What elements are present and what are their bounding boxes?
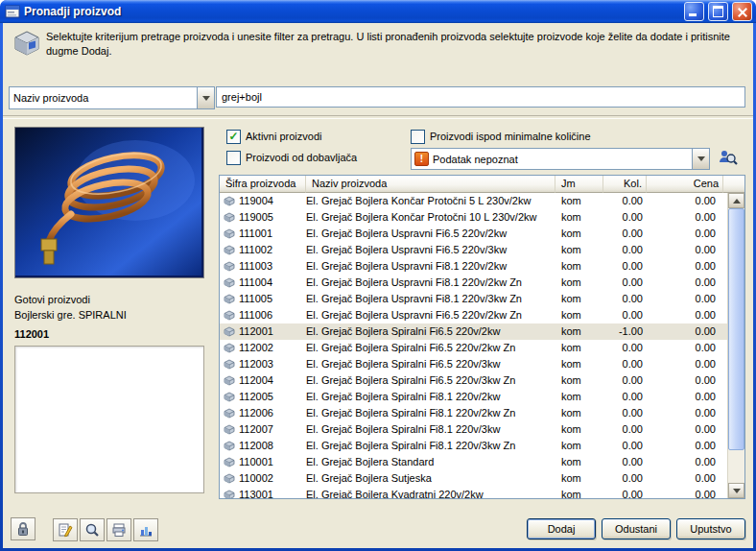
filter-supplier-checkbox[interactable]: Proizvodi od dobavljača xyxy=(226,151,357,164)
magnifier-icon xyxy=(84,522,100,538)
cell-cena: 0.00 xyxy=(647,389,723,405)
cell-name: El. Grejač Bojlera Uspravni Fi8.1 220v/2… xyxy=(306,258,555,275)
table-row[interactable]: 111003El. Grejač Bojlera Uspravni Fi8.1 … xyxy=(220,258,728,275)
find-products-button[interactable] xyxy=(716,146,739,169)
products-box-icon xyxy=(11,28,43,60)
cell-code: 112007 xyxy=(239,421,306,438)
table-row[interactable]: 111001El. Grejač Bojlera Uspravni Fi6.5 … xyxy=(220,226,728,242)
product-cube-icon xyxy=(224,326,235,337)
triangle-down-icon xyxy=(733,489,741,493)
print-button[interactable] xyxy=(106,518,131,541)
scrollbar-thumb[interactable] xyxy=(728,208,744,450)
product-cube-icon xyxy=(224,359,235,370)
cell-name: El. Grejač Bojlera Spiralni Fi8.1 220v/2… xyxy=(306,405,555,421)
scroll-up-button[interactable] xyxy=(728,193,744,208)
product-notes[interactable] xyxy=(14,346,204,493)
close-button[interactable] xyxy=(732,2,752,21)
cell-kol: -1.00 xyxy=(603,323,647,340)
chevron-down-icon[interactable] xyxy=(692,149,709,169)
table-row[interactable]: 112003El. Grejač Bojlera Spiralni Fi6.5 … xyxy=(220,356,728,372)
edit-button[interactable] xyxy=(53,518,78,541)
cancel-button[interactable]: Odustani xyxy=(602,518,671,539)
column-header-sifra[interactable]: Šifra proizvoda xyxy=(220,176,306,193)
status-dropdown[interactable]: ! Podatak nepoznat xyxy=(411,148,710,170)
column-header-filler xyxy=(723,176,744,193)
product-photo xyxy=(14,127,204,278)
table-row[interactable]: 112004El. Grejač Bojlera Spiralni Fi6.5 … xyxy=(220,372,728,389)
table-row[interactable]: 111006El. Grejač Bojlera Uspravni Fi6.5 … xyxy=(220,307,728,323)
cell-code: 112004 xyxy=(239,372,306,389)
table-row[interactable]: 112005El. Grejač Bojlera Spiralni Fi8.1 … xyxy=(220,389,728,405)
table-row[interactable]: 112001El. Grejač Bojlera Spiralni Fi6.5 … xyxy=(220,323,728,340)
cell-name: El. Grejač Bojlera Sutjeska xyxy=(306,470,555,487)
lock-button[interactable] xyxy=(11,517,35,540)
cell-code: 112005 xyxy=(239,389,306,405)
table-row[interactable]: 112002El. Grejač Bojlera Spiralni Fi6.5 … xyxy=(220,340,728,356)
titlebar[interactable]: Pronadji proizvod xyxy=(0,0,756,23)
table-row[interactable]: 119004El. Grejač Bojlera Končar Protočni… xyxy=(220,193,728,209)
cell-cena: 0.00 xyxy=(647,372,723,389)
maximize-button[interactable] xyxy=(708,2,728,21)
cell-code: 112008 xyxy=(239,438,306,454)
table-row[interactable]: 110001El. Grejač Bojlera Standardkom0.00… xyxy=(220,454,728,470)
cell-jm: kom xyxy=(555,340,603,356)
table-row[interactable]: 112008El. Grejač Bojlera Spiralni Fi8.1 … xyxy=(220,438,728,454)
cell-jm: kom xyxy=(555,372,603,389)
product-cube-icon xyxy=(224,343,235,353)
cell-jm: kom xyxy=(555,275,603,291)
product-cube-icon xyxy=(224,457,235,467)
table-row[interactable]: 111004El. Grejač Bojlera Uspravni Fi8.1 … xyxy=(220,275,728,291)
column-header-kol[interactable]: Kol. xyxy=(603,176,647,193)
table-row[interactable]: 119005El. Grejač Bojlera Končar Protočni… xyxy=(220,209,728,226)
product-cube-icon xyxy=(224,408,235,419)
cell-jm: kom xyxy=(555,307,603,323)
cell-jm: kom xyxy=(555,405,603,421)
product-cube-icon xyxy=(224,375,235,386)
cell-kol: 0.00 xyxy=(603,258,647,275)
vertical-scrollbar[interactable] xyxy=(727,193,744,498)
filter-active-checkbox[interactable]: ✓ Aktivni proizvodi xyxy=(226,130,321,143)
add-button[interactable]: Dodaj xyxy=(527,518,596,539)
cell-jm: kom xyxy=(555,242,603,258)
column-header-jm[interactable]: Jm xyxy=(555,176,603,193)
product-cube-icon xyxy=(224,424,235,435)
column-header-cena[interactable]: Cena xyxy=(647,176,723,193)
cell-code: 112001 xyxy=(239,323,306,340)
product-subcategory: Bojlerski gre. SPIRALNI xyxy=(14,309,127,321)
help-button[interactable]: Uputstvo xyxy=(676,518,745,539)
cell-kol: 0.00 xyxy=(603,438,647,454)
cell-kol: 0.00 xyxy=(603,242,647,258)
cell-kol: 0.00 xyxy=(603,226,647,242)
minimize-icon xyxy=(689,13,697,16)
table-row[interactable]: 111005El. Grejač Bojlera Uspravni Fi8.1 … xyxy=(220,291,728,307)
table-row[interactable]: 112007El. Grejač Bojlera Spiralni Fi8.1 … xyxy=(220,421,728,438)
search-input[interactable] xyxy=(216,86,745,108)
app-icon xyxy=(5,4,20,19)
scroll-down-button[interactable] xyxy=(728,483,744,498)
table-row[interactable]: 111002El. Grejač Bojlera Uspravni Fi6.5 … xyxy=(220,242,728,258)
minimize-button[interactable] xyxy=(684,2,704,21)
cell-code: 111003 xyxy=(239,258,306,275)
search-criteria-select[interactable]: Naziv proizvoda xyxy=(9,86,215,109)
column-header-naziv[interactable]: Naziv proizvoda xyxy=(306,176,555,193)
cell-cena: 0.00 xyxy=(647,258,723,275)
cell-kol: 0.00 xyxy=(603,421,647,438)
table-row[interactable]: 110002El. Grejač Bojlera Sutjeskakom0.00… xyxy=(220,470,728,487)
chevron-down-icon[interactable] xyxy=(197,87,214,108)
cell-code: 112002 xyxy=(239,340,306,356)
chart-button[interactable] xyxy=(133,518,158,541)
table-row[interactable]: 113001El. Grejač Bojlera Kvadratni 220v/… xyxy=(220,487,728,498)
filter-below-min-checkbox[interactable]: Proizvodi ispod minimalne količine xyxy=(411,130,591,143)
cell-name: El. Grejač Bojlera Kvadratni 220v/2kw xyxy=(306,487,555,498)
cell-jm: kom xyxy=(555,209,603,226)
preview-button[interactable] xyxy=(80,518,105,541)
table-body: 119004El. Grejač Bojlera Končar Protočni… xyxy=(220,193,728,498)
product-cube-icon xyxy=(224,245,235,255)
cell-cena: 0.00 xyxy=(647,340,723,356)
cell-cena: 0.00 xyxy=(647,470,723,487)
product-cube-icon xyxy=(224,261,235,272)
checkbox-box-icon xyxy=(226,151,241,165)
product-cube-icon xyxy=(224,441,235,451)
table-row[interactable]: 112006El. Grejač Bojlera Spiralni Fi8.1 … xyxy=(220,405,728,421)
cell-kol: 0.00 xyxy=(603,193,647,209)
